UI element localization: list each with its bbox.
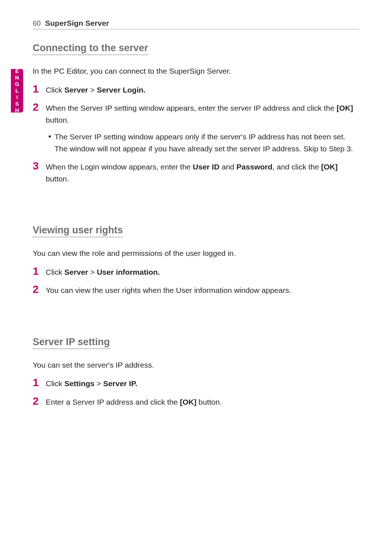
- step-text: Click Settings > Server IP.: [46, 378, 359, 390]
- section: Server IP settingYou can set the server'…: [33, 336, 359, 408]
- section-title: Server IP setting: [33, 336, 110, 349]
- step-body: Click Server > Server Login.: [46, 83, 359, 96]
- step: 2You can view the user rights when the U…: [33, 283, 359, 297]
- step-body: Enter a Server IP address and click the …: [46, 395, 359, 408]
- section-intro: You can set the server's IP address.: [33, 359, 359, 371]
- document-body: Connecting to the serverIn the PC Editor…: [33, 42, 359, 408]
- sub-bullet-text: The Server IP setting window appears onl…: [54, 131, 359, 155]
- section-title: Viewing user rights: [33, 225, 123, 237]
- step-number: 1: [33, 265, 41, 277]
- step-text: When the Server IP setting window appear…: [46, 102, 359, 126]
- step-text: When the Login window appears, enter the…: [46, 161, 359, 185]
- step-number: 2: [33, 101, 41, 113]
- language-label: ENGLISH: [14, 68, 20, 114]
- step-body: You can view the user rights when the Us…: [46, 283, 359, 297]
- language-side-tab: ENGLISH: [11, 69, 23, 113]
- step-body: Click Settings > Server IP.: [46, 376, 359, 390]
- step: 3When the Login window appears, enter th…: [33, 160, 359, 185]
- step-text: Click Server > Server Login.: [46, 84, 359, 96]
- page-number: 60: [33, 19, 41, 28]
- step-body: When the Server IP setting window appear…: [46, 101, 359, 155]
- step-list: 1Click Server > Server Login.2When the S…: [33, 83, 359, 185]
- section: Connecting to the serverIn the PC Editor…: [33, 42, 359, 185]
- document-page: 60 SuperSign Server ENGLISH Connecting t…: [0, 0, 392, 556]
- step-body: Click Server > User information.: [46, 265, 359, 278]
- step-text: Click Server > User information.: [46, 266, 359, 278]
- step-number: 2: [33, 395, 41, 407]
- step: 2When the Server IP setting window appea…: [33, 101, 359, 155]
- step-number: 2: [33, 283, 41, 295]
- section: Viewing user rightsYou can view the role…: [33, 225, 359, 297]
- step-text: Enter a Server IP address and click the …: [46, 396, 359, 408]
- step-number: 3: [33, 160, 41, 172]
- bullet-dot-icon: [49, 135, 51, 138]
- step-body: When the Login window appears, enter the…: [46, 160, 359, 185]
- section-title: Connecting to the server: [33, 42, 148, 55]
- step-number: 1: [33, 376, 41, 388]
- step-text: You can view the user rights when the Us…: [46, 285, 359, 297]
- step: 2Enter a Server IP address and click the…: [33, 395, 359, 408]
- section-intro: In the PC Editor, you can connect to the…: [33, 65, 359, 77]
- step-list: 1Click Settings > Server IP.2Enter a Ser…: [33, 376, 359, 408]
- step: 1Click Server > Server Login.: [33, 83, 359, 96]
- step-list: 1Click Server > User information.2You ca…: [33, 265, 359, 297]
- step-number: 1: [33, 83, 41, 95]
- page-header: 60 SuperSign Server: [33, 19, 359, 29]
- step: 1Click Settings > Server IP.: [33, 376, 359, 390]
- step: 1Click Server > User information.: [33, 265, 359, 278]
- header-title: SuperSign Server: [45, 19, 109, 28]
- sub-bullet: The Server IP setting window appears onl…: [46, 131, 359, 155]
- section-intro: You can view the role and permissions of…: [33, 248, 359, 259]
